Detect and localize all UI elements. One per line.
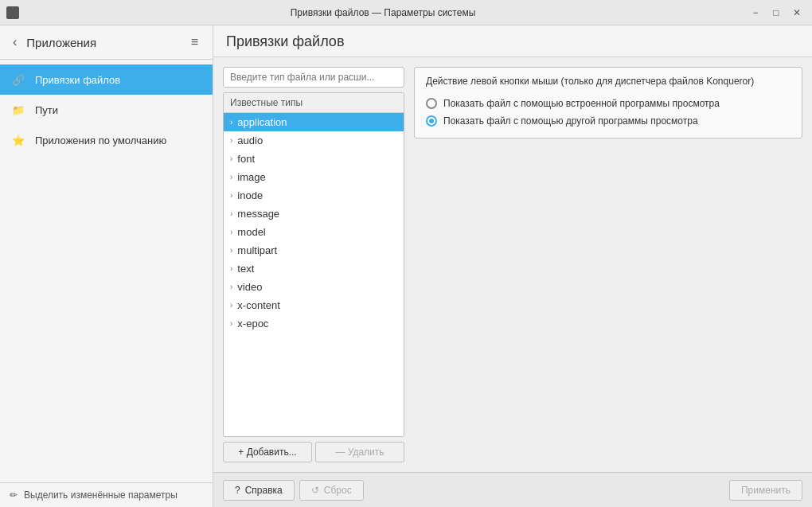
chevron-right-icon: › [230, 173, 232, 181]
sidebar: ‹ Приложения ≡ 🔗 Привязки файлов 📁 Пути … [0, 25, 213, 507]
sidebar-item-defaultapps[interactable]: ⭐ Приложения по умолчанию [0, 125, 213, 155]
chevron-right-icon: › [230, 118, 232, 127]
chevron-right-icon: › [230, 209, 232, 218]
options-box: Действие левой кнопки мыши (только для д… [414, 67, 802, 138]
type-item[interactable]: ›x-epoc [224, 314, 404, 333]
content-body: Известные типы ›application›audio›font›i… [213, 57, 812, 472]
search-input[interactable] [223, 67, 404, 88]
type-item[interactable]: ›video [224, 278, 404, 296]
chevron-right-icon: › [230, 283, 232, 291]
back-button[interactable]: ‹ [10, 33, 20, 51]
options-title: Действие левой кнопки мыши (только для д… [426, 76, 791, 87]
app-icon [6, 6, 19, 19]
radio-other-circle [426, 115, 437, 127]
apply-label: Применить [741, 485, 791, 496]
type-item[interactable]: ›multipart [224, 241, 404, 259]
highlight-label: Выделить изменённые параметры [24, 489, 178, 501]
type-item[interactable]: ›message [224, 205, 404, 223]
chevron-right-icon: › [230, 319, 232, 328]
type-item[interactable]: ›inode [224, 186, 404, 205]
apply-button[interactable]: Применить [729, 480, 802, 501]
sidebar-item-paths[interactable]: 📁 Пути [0, 95, 213, 125]
chevron-right-icon: › [230, 246, 232, 255]
filebind-icon: 🔗 [10, 71, 27, 88]
content-header: Привязки файлов [213, 25, 812, 57]
window-title: Привязки файлов — Параметры системы [291, 7, 476, 18]
page-title: Привязки файлов [226, 33, 799, 50]
titlebar: Привязки файлов — Параметры системы − □ … [0, 0, 812, 25]
window-controls: − □ ✕ [747, 4, 806, 21]
type-item[interactable]: ›audio [224, 131, 404, 150]
reset-icon: ↺ [311, 485, 319, 496]
add-button[interactable]: + Добавить... [223, 442, 312, 462]
options-panel: Действие левой кнопки мыши (только для д… [414, 67, 802, 462]
sidebar-title: Приложения [26, 36, 96, 49]
radio-builtin[interactable]: Показать файл с помощью встроенной прогр… [426, 95, 791, 112]
type-item[interactable]: ›image [224, 168, 404, 186]
sidebar-header: ‹ Приложения ≡ [0, 25, 213, 60]
chevron-right-icon: › [230, 228, 232, 236]
help-button[interactable]: ? Справка [223, 480, 295, 501]
sidebar-item-filebind[interactable]: 🔗 Привязки файлов [0, 64, 213, 95]
content-area: Привязки файлов Известные типы ›applicat… [213, 25, 812, 507]
action-bar: ? Справка ↺ Сброс Применить [213, 472, 812, 507]
chevron-right-icon: › [230, 136, 232, 145]
help-icon: ? [235, 485, 240, 496]
reset-label: Сброс [324, 485, 352, 496]
main-layout: ‹ Приложения ≡ 🔗 Привязки файлов 📁 Пути … [0, 25, 812, 507]
known-types-list: Известные типы ›application›audio›font›i… [223, 92, 404, 437]
paths-icon: 📁 [10, 101, 27, 119]
sidebar-label-paths: Пути [35, 104, 58, 116]
chevron-right-icon: › [230, 264, 232, 273]
type-item[interactable]: ›font [224, 150, 404, 168]
chevron-right-icon: › [230, 301, 232, 310]
chevron-right-icon: › [230, 191, 232, 200]
menu-button[interactable]: ≡ [186, 33, 203, 51]
radio-other-label: Показать файл с помощью другой программы… [443, 115, 698, 127]
type-item[interactable]: ›application [224, 113, 404, 131]
type-item[interactable]: ›x-content [224, 296, 404, 314]
type-item[interactable]: ›text [224, 259, 404, 278]
chevron-right-icon: › [230, 154, 232, 163]
reset-button[interactable]: ↺ Сброс [299, 480, 364, 501]
maximize-button[interactable]: □ [767, 4, 785, 21]
file-types-panel: Известные типы ›application›audio›font›i… [223, 67, 404, 462]
remove-button[interactable]: — Удалить [315, 442, 404, 462]
panel-buttons: + Добавить... — Удалить [223, 442, 404, 462]
sidebar-label-apps: Приложения по умолчанию [35, 135, 166, 146]
apps-icon: ⭐ [10, 131, 27, 149]
sidebar-label-filebind: Привязки файлов [35, 74, 120, 86]
sidebar-nav: 🔗 Привязки файлов 📁 Пути ⭐ Приложения по… [0, 60, 213, 482]
help-label: Справка [245, 485, 283, 496]
highlight-changes-button[interactable]: ✏ Выделить изменённые параметры [0, 482, 213, 507]
highlight-icon: ✏ [10, 489, 18, 501]
radio-builtin-circle [426, 98, 437, 109]
known-types-header: Известные типы [224, 93, 404, 113]
close-button[interactable]: ✕ [788, 4, 806, 21]
type-item[interactable]: ›model [224, 223, 404, 241]
radio-builtin-label: Показать файл с помощью встроенной прогр… [443, 98, 720, 109]
minimize-button[interactable]: − [747, 4, 764, 21]
radio-other[interactable]: Показать файл с помощью другой программы… [426, 112, 791, 130]
